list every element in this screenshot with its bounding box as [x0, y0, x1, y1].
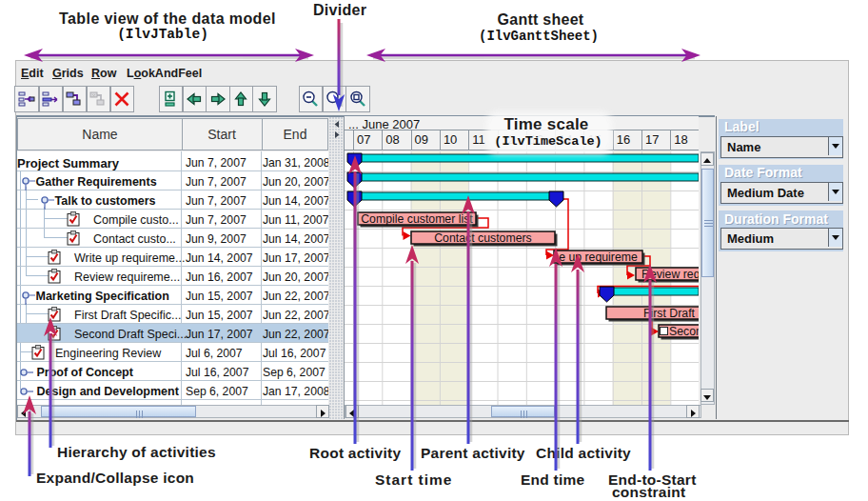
svg-text:Contact customers: Contact customers [434, 231, 532, 245]
svg-text:Review requireme: Review requireme [641, 268, 699, 281]
svg-text:e up requireme: e up requireme [559, 250, 638, 264]
svg-text:First Draft Specific: First Draft Specific [643, 307, 699, 320]
svg-text:Compile customer list: Compile customer list [361, 212, 473, 226]
svg-text:Second Dra: Second Dra [669, 325, 699, 338]
